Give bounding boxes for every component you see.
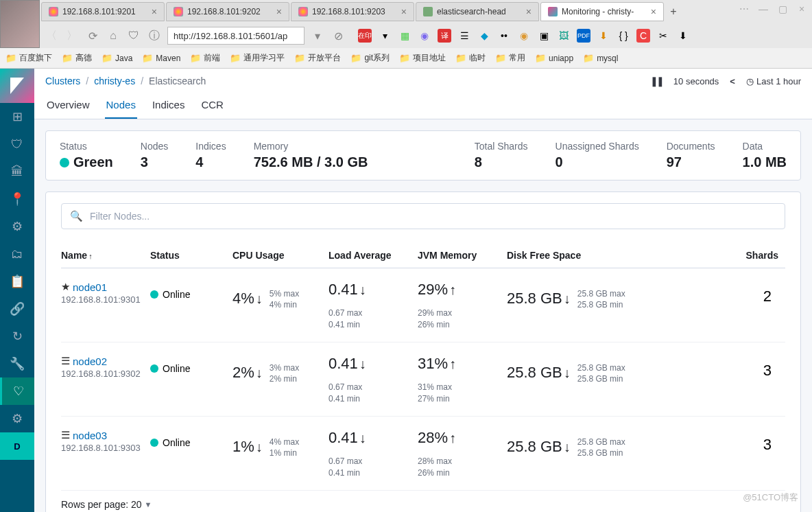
node-name-link[interactable]: ★ node01 bbox=[61, 281, 150, 293]
node-name-link[interactable]: ☰ node03 bbox=[61, 429, 150, 441]
inprint-icon[interactable]: 在印 bbox=[358, 29, 372, 43]
ext-icon[interactable]: •• bbox=[497, 29, 511, 43]
close-icon[interactable]: × bbox=[651, 6, 656, 17]
tab-ccr[interactable]: CCR bbox=[200, 92, 225, 119]
bookmark-item[interactable]: 📁临时 bbox=[455, 52, 486, 64]
time-range[interactable]: ◷Last 1 hour bbox=[746, 76, 801, 86]
nav-discover-icon[interactable]: ⊞ bbox=[0, 103, 34, 130]
bookmark-item[interactable]: 📁常用 bbox=[495, 52, 525, 64]
close-icon[interactable]: × bbox=[401, 6, 407, 17]
status-dot-icon bbox=[60, 158, 69, 167]
window-minimize-icon[interactable]: — bbox=[756, 3, 771, 15]
nav-infra-icon[interactable]: 🗂 bbox=[0, 240, 34, 268]
ext-icon[interactable]: ⬇ bbox=[597, 29, 610, 43]
nav-dev-icon[interactable]: 🔧 bbox=[0, 350, 34, 377]
col-shards[interactable]: Shards bbox=[644, 250, 785, 261]
nav-logs-icon[interactable]: 📋 bbox=[0, 268, 34, 295]
ext-icon[interactable]: ◉ bbox=[517, 29, 531, 43]
ext-icon[interactable]: 译 bbox=[438, 29, 451, 43]
home-button[interactable]: ⌂ bbox=[106, 28, 121, 43]
nav-monitoring-icon[interactable]: ♡ bbox=[0, 377, 34, 405]
nav-uptime-icon[interactable]: ↻ bbox=[0, 323, 34, 350]
stat-indices: Indices4 bbox=[195, 141, 226, 170]
bookmark-item[interactable]: 📁Maven bbox=[142, 53, 180, 63]
node-name-link[interactable]: ☰ node02 bbox=[61, 355, 150, 367]
col-name[interactable]: Name↑ bbox=[61, 250, 150, 261]
tab-indices[interactable]: Indices bbox=[151, 92, 187, 119]
ext-icon[interactable]: C bbox=[636, 29, 650, 43]
favicon-icon bbox=[548, 7, 558, 16]
col-disk[interactable]: Disk Free Space bbox=[507, 250, 644, 261]
tab-nodes[interactable]: Nodes bbox=[105, 92, 137, 119]
rows-per-page[interactable]: Rows per page: 20▼ bbox=[61, 499, 785, 510]
col-jvm[interactable]: JVM Memory bbox=[418, 250, 507, 261]
bookmark-item[interactable]: 📁项目地址 bbox=[399, 52, 446, 64]
browser-tab-3[interactable]: elasticsearch-head× bbox=[416, 2, 539, 21]
shield-icon[interactable]: 🛡 bbox=[126, 28, 141, 43]
folder-icon: 📁 bbox=[455, 53, 466, 63]
reload-button[interactable]: ⟳ bbox=[85, 28, 100, 43]
browser-tab-1[interactable]: 192.168.8.101:9202× bbox=[166, 2, 289, 21]
arrow-down-icon: ↓ bbox=[564, 365, 571, 381]
time-prev-icon[interactable]: < bbox=[730, 76, 735, 86]
pause-icon[interactable]: ❚❚ bbox=[650, 75, 662, 86]
bookmark-item[interactable]: 📁通用学习平 bbox=[230, 52, 285, 64]
ext-icon[interactable]: ◆ bbox=[477, 29, 491, 43]
bookmark-item[interactable]: 📁Java bbox=[102, 53, 132, 63]
window-maximize-icon[interactable]: ▢ bbox=[775, 3, 790, 15]
ext-icon[interactable]: 🖼 bbox=[557, 29, 571, 43]
nav-maps-icon[interactable]: 📍 bbox=[0, 185, 34, 213]
col-load[interactable]: Load Average bbox=[329, 250, 418, 261]
nav-visualize-icon[interactable]: 🛡 bbox=[0, 130, 34, 158]
download-icon[interactable]: ⬇ bbox=[676, 29, 690, 43]
url-input[interactable]: http://192.168.8.101:5601/ap bbox=[167, 27, 304, 45]
bookmark-item[interactable]: 📁百度旗下 bbox=[5, 52, 52, 64]
bookmark-item[interactable]: 📁uniapp bbox=[535, 53, 573, 63]
ext-icon[interactable]: ▦ bbox=[398, 29, 411, 43]
breadcrumb-cluster-name[interactable]: christy-es bbox=[94, 75, 135, 86]
cut-icon[interactable]: ✂ bbox=[656, 29, 670, 43]
node-address: 192.168.8.101:9303 bbox=[61, 443, 150, 453]
refresh-interval[interactable]: 10 seconds bbox=[673, 76, 719, 86]
bookmark-item[interactable]: 📁mysql bbox=[583, 53, 618, 63]
ext-icon[interactable]: ◉ bbox=[418, 29, 431, 43]
back-button[interactable]: 〈 bbox=[44, 28, 59, 43]
col-status[interactable]: Status bbox=[150, 250, 232, 261]
ext-icon[interactable]: ▣ bbox=[537, 29, 551, 43]
close-icon[interactable]: × bbox=[152, 6, 157, 17]
nav-ml-icon[interactable]: ⚙ bbox=[0, 213, 34, 240]
window-overflow-icon[interactable]: ⋯ bbox=[737, 3, 752, 15]
node-icon: ☰ bbox=[61, 355, 70, 367]
cpu-value: 4%↓ bbox=[232, 290, 263, 307]
tab-label: 192.168.8.101:9203 bbox=[312, 7, 397, 16]
ext-icon[interactable]: ☰ bbox=[457, 29, 471, 43]
close-icon[interactable]: × bbox=[526, 6, 532, 17]
kibana-logo[interactable] bbox=[0, 69, 34, 103]
breadcrumb-clusters[interactable]: Clusters bbox=[45, 75, 80, 86]
ext-icon[interactable]: PDF bbox=[577, 29, 590, 43]
nav-apm-icon[interactable]: 🔗 bbox=[0, 295, 34, 323]
ext-icon[interactable]: { } bbox=[617, 29, 630, 43]
close-icon[interactable]: × bbox=[276, 6, 282, 17]
bookmark-item[interactable]: 📁前端 bbox=[190, 52, 220, 64]
browser-tab-0[interactable]: 192.168.8.101:9201× bbox=[41, 2, 165, 21]
nav-dashboard-icon[interactable]: 🏛 bbox=[0, 158, 34, 185]
filter-input[interactable]: 🔍 Filter Nodes... bbox=[61, 203, 785, 229]
nav-default-icon[interactable]: D bbox=[0, 432, 34, 460]
blocker-icon[interactable]: ⊘ bbox=[331, 28, 346, 43]
info-icon[interactable]: ⓘ bbox=[147, 28, 162, 43]
dropdown-icon[interactable]: ▾ bbox=[310, 28, 325, 43]
new-tab-button[interactable]: + bbox=[665, 5, 682, 18]
ext-icon[interactable]: ▾ bbox=[378, 29, 392, 43]
bookmark-item[interactable]: 📁开放平台 bbox=[294, 52, 341, 64]
browser-tab-2[interactable]: 192.168.8.101:9203× bbox=[291, 2, 414, 21]
forward-button[interactable]: 〉 bbox=[64, 28, 80, 43]
bookmark-item[interactable]: 📁git系列 bbox=[350, 52, 390, 64]
bookmark-item[interactable]: 📁高德 bbox=[62, 52, 92, 64]
tab-overview[interactable]: Overview bbox=[45, 92, 91, 119]
col-cpu[interactable]: CPU Usage bbox=[232, 250, 329, 261]
status-cell: Online bbox=[150, 355, 232, 374]
browser-tab-4[interactable]: Monitoring - christy-× bbox=[540, 2, 664, 21]
nav-management-icon[interactable]: ⚙ bbox=[0, 405, 34, 432]
window-close-icon[interactable]: × bbox=[794, 3, 809, 15]
